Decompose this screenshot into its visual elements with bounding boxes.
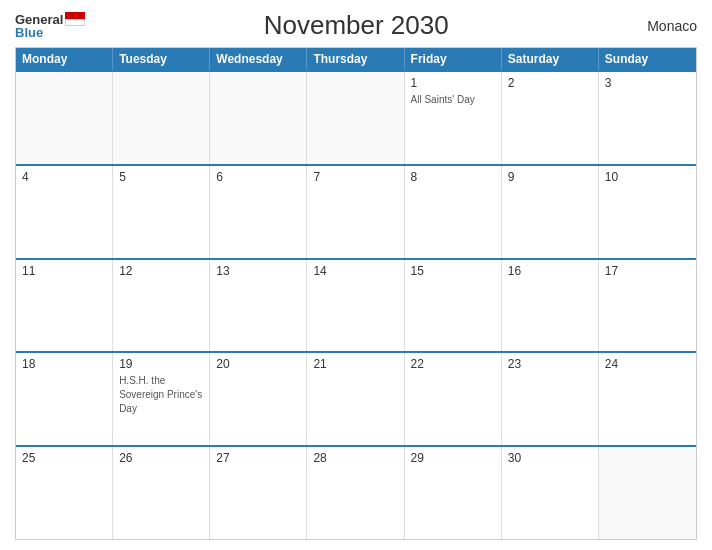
- cal-cell: 2: [502, 72, 599, 164]
- day-number: 7: [313, 170, 397, 184]
- day-number: 22: [411, 357, 495, 371]
- day-number: 26: [119, 451, 203, 465]
- cal-cell: 26: [113, 447, 210, 539]
- calendar-header: Monday Tuesday Wednesday Thursday Friday…: [16, 48, 696, 70]
- cal-cell: 4: [16, 166, 113, 258]
- day-number: 5: [119, 170, 203, 184]
- day-number: 21: [313, 357, 397, 371]
- page-title: November 2030: [85, 10, 627, 41]
- calendar-week-3: 11121314151617: [16, 258, 696, 352]
- cal-cell: [16, 72, 113, 164]
- day-number: 13: [216, 264, 300, 278]
- cal-cell: 10: [599, 166, 696, 258]
- holiday-text: H.S.H. the Sovereign Prince's Day: [119, 375, 202, 414]
- calendar-body: 1All Saints' Day234567891011121314151617…: [16, 70, 696, 539]
- day-number: 2: [508, 76, 592, 90]
- holiday-text: All Saints' Day: [411, 94, 475, 105]
- cal-cell: 15: [405, 260, 502, 352]
- cal-cell: [210, 72, 307, 164]
- day-number: 16: [508, 264, 592, 278]
- day-number: 25: [22, 451, 106, 465]
- cal-cell: [113, 72, 210, 164]
- day-number: 10: [605, 170, 690, 184]
- cal-cell: 1All Saints' Day: [405, 72, 502, 164]
- cal-cell: 23: [502, 353, 599, 445]
- cal-cell: 12: [113, 260, 210, 352]
- cal-cell: 5: [113, 166, 210, 258]
- day-number: 8: [411, 170, 495, 184]
- logo-image: General Blue: [15, 12, 85, 39]
- header-sunday: Sunday: [599, 48, 696, 70]
- calendar-week-4: 1819H.S.H. the Sovereign Prince's Day202…: [16, 351, 696, 445]
- day-number: 19: [119, 357, 203, 371]
- cal-cell: 29: [405, 447, 502, 539]
- cal-cell: 17: [599, 260, 696, 352]
- day-number: 6: [216, 170, 300, 184]
- calendar-week-1: 1All Saints' Day23: [16, 70, 696, 164]
- header-tuesday: Tuesday: [113, 48, 210, 70]
- day-number: 4: [22, 170, 106, 184]
- day-number: 9: [508, 170, 592, 184]
- day-number: 29: [411, 451, 495, 465]
- day-number: 28: [313, 451, 397, 465]
- cal-cell: [307, 72, 404, 164]
- country-label: Monaco: [627, 18, 697, 34]
- logo-flag: [65, 12, 85, 26]
- day-number: 24: [605, 357, 690, 371]
- cal-cell: 30: [502, 447, 599, 539]
- cal-cell: 21: [307, 353, 404, 445]
- cal-cell: 20: [210, 353, 307, 445]
- cal-cell: 25: [16, 447, 113, 539]
- header-friday: Friday: [405, 48, 502, 70]
- cal-cell: 27: [210, 447, 307, 539]
- day-number: 15: [411, 264, 495, 278]
- day-number: 14: [313, 264, 397, 278]
- header-thursday: Thursday: [307, 48, 404, 70]
- header-monday: Monday: [16, 48, 113, 70]
- cal-cell: [599, 447, 696, 539]
- cal-cell: 9: [502, 166, 599, 258]
- calendar: Monday Tuesday Wednesday Thursday Friday…: [15, 47, 697, 540]
- calendar-week-2: 45678910: [16, 164, 696, 258]
- cal-cell: 7: [307, 166, 404, 258]
- day-number: 20: [216, 357, 300, 371]
- cal-cell: 8: [405, 166, 502, 258]
- cal-cell: 11: [16, 260, 113, 352]
- cal-cell: 19H.S.H. the Sovereign Prince's Day: [113, 353, 210, 445]
- day-number: 23: [508, 357, 592, 371]
- cal-cell: 28: [307, 447, 404, 539]
- day-number: 11: [22, 264, 106, 278]
- calendar-week-5: 252627282930: [16, 445, 696, 539]
- header-wednesday: Wednesday: [210, 48, 307, 70]
- page-header: General Blue November 2030 Monaco: [15, 10, 697, 41]
- day-number: 3: [605, 76, 690, 90]
- cal-cell: 16: [502, 260, 599, 352]
- logo: General Blue: [15, 12, 85, 39]
- cal-cell: 22: [405, 353, 502, 445]
- cal-cell: 3: [599, 72, 696, 164]
- day-number: 17: [605, 264, 690, 278]
- day-number: 18: [22, 357, 106, 371]
- header-saturday: Saturday: [502, 48, 599, 70]
- cal-cell: 6: [210, 166, 307, 258]
- day-number: 12: [119, 264, 203, 278]
- day-number: 1: [411, 76, 495, 90]
- cal-cell: 13: [210, 260, 307, 352]
- day-number: 30: [508, 451, 592, 465]
- cal-cell: 18: [16, 353, 113, 445]
- cal-cell: 14: [307, 260, 404, 352]
- day-number: 27: [216, 451, 300, 465]
- calendar-page: General Blue November 2030 Monaco Monday…: [0, 0, 712, 550]
- logo-text-blue: Blue: [15, 26, 43, 39]
- cal-cell: 24: [599, 353, 696, 445]
